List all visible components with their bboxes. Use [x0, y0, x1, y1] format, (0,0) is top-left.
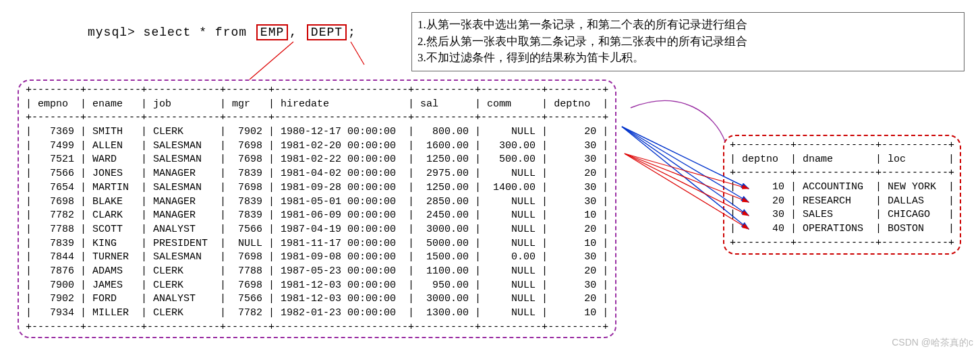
dept-table: +---------+-------------+-----------+ | …: [723, 135, 961, 255]
sql-prompt-label: mysql>: [88, 26, 136, 39]
highlight-emp: EMP: [256, 24, 288, 40]
explain-line-2: 2.然后从第一张表中取第二条记录，和第二张表中的所有记录组合: [417, 34, 958, 51]
sql-post: ;: [348, 26, 356, 39]
sql-text-pre: select * from: [136, 26, 255, 39]
connector-emp: [250, 42, 293, 79]
emp-table: +--------+---------+------------+-------…: [18, 79, 616, 338]
explain-line-3: 3.不加过滤条件，得到的结果称为笛卡儿积。: [417, 50, 958, 67]
explanation-box: 1.从第一张表中选出第一条记录，和第二个表的所有记录进行组合 2.然后从第一张表…: [411, 12, 964, 71]
sql-mid: ,: [289, 26, 306, 39]
explain-line-1: 1.从第一张表中选出第一条记录，和第二个表的所有记录进行组合: [417, 17, 958, 34]
highlight-dept: DEPT: [307, 24, 347, 40]
connector-dept: [351, 42, 364, 65]
sql-statement: mysql> select * from EMP, DEPT;: [88, 26, 356, 39]
connector-dept-curve: [631, 101, 725, 141]
watermark: CSDN @哈茶真的c: [892, 337, 973, 349]
